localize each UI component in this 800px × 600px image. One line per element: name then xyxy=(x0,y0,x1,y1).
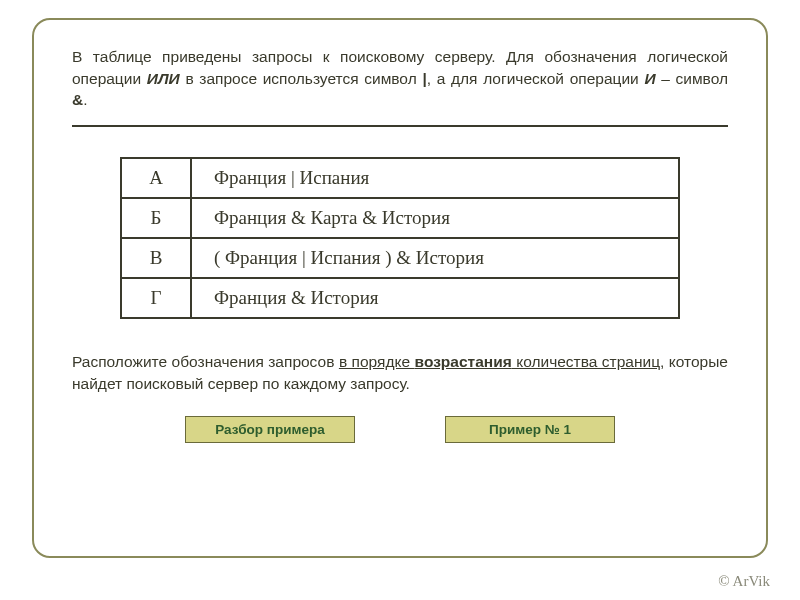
buttons-row: Разбор примера Пример № 1 xyxy=(72,416,728,443)
query-table: А Франция | Испания Б Франция & Карта & … xyxy=(120,157,680,319)
copyright: © ArVik xyxy=(718,573,770,590)
query-table-wrap: А Франция | Испания Б Франция & Карта & … xyxy=(72,157,728,319)
row-query: Франция & Карта & История xyxy=(191,198,679,238)
instr-u1b: возрастания xyxy=(415,353,512,370)
intro-part4: – символ xyxy=(656,70,728,87)
intro-part2: в запросе используется символ xyxy=(180,70,423,87)
divider xyxy=(72,125,728,127)
intro-amp: & xyxy=(72,91,83,108)
row-letter: Б xyxy=(121,198,191,238)
row-letter: Г xyxy=(121,278,191,318)
instr-part1: Расположите обозначения запросов xyxy=(72,353,339,370)
instr-u1: в порядке xyxy=(339,353,415,370)
review-button[interactable]: Разбор примера xyxy=(185,416,355,443)
row-query: ( Франция | Испания ) & История xyxy=(191,238,679,278)
instr-u2: количества страниц xyxy=(512,353,660,370)
table-row: Г Франция & История xyxy=(121,278,679,318)
table-row: В ( Франция | Испания ) & История xyxy=(121,238,679,278)
intro-text: В таблице приведены запросы к поисковому… xyxy=(72,46,728,111)
row-query: Франция | Испания xyxy=(191,158,679,198)
table-row: А Франция | Испания xyxy=(121,158,679,198)
slide-frame: В таблице приведены запросы к поисковому… xyxy=(32,18,768,558)
row-letter: В xyxy=(121,238,191,278)
intro-part3: , а для логической операции xyxy=(427,70,645,87)
intro-period: . xyxy=(83,91,87,108)
example1-button[interactable]: Пример № 1 xyxy=(445,416,615,443)
row-query: Франция & История xyxy=(191,278,679,318)
intro-and: И xyxy=(644,70,655,87)
table-row: Б Франция & Карта & История xyxy=(121,198,679,238)
intro-or: ИЛИ xyxy=(147,70,180,87)
instruction-text: Расположите обозначения запросов в поряд… xyxy=(72,351,728,394)
row-letter: А xyxy=(121,158,191,198)
